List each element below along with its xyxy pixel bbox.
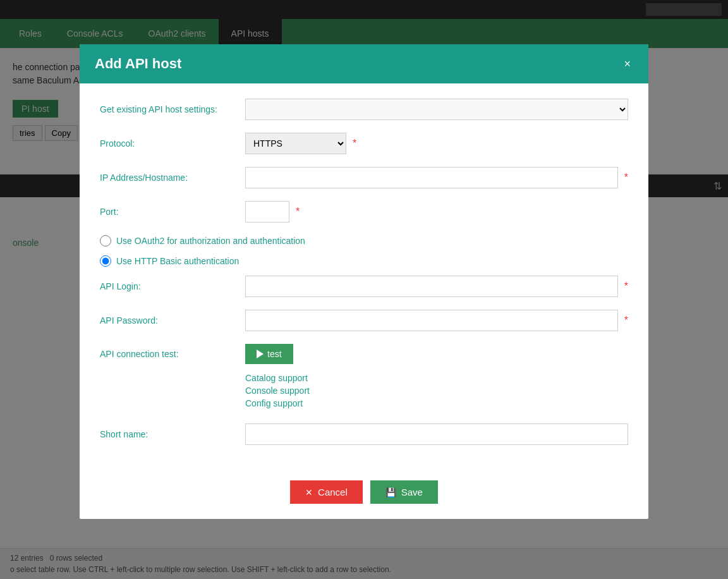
- test-button[interactable]: test: [245, 344, 293, 364]
- oauth2-radio[interactable]: [100, 235, 111, 247]
- protocol-required-star: *: [353, 138, 356, 149]
- connection-test-label: API connection test:: [100, 344, 245, 359]
- short-name-label: Short name:: [100, 429, 245, 439]
- existing-settings-field: [245, 99, 628, 120]
- modal-footer: ✕ Cancel 💾 Save: [80, 470, 648, 519]
- basic-auth-radio-label[interactable]: Use HTTP Basic authentication: [116, 256, 239, 266]
- ip-address-row: IP Address/Hostname: *: [100, 167, 628, 188]
- connection-test-row: API connection test: test Catalog suppor…: [100, 344, 628, 411]
- short-name-row: Short name:: [100, 424, 628, 445]
- ip-address-required-star: *: [624, 172, 628, 183]
- catalog-support-link[interactable]: Catalog support: [245, 373, 310, 383]
- api-password-label: API Password:: [100, 315, 245, 326]
- existing-settings-label: Get existing API host settings:: [100, 104, 245, 114]
- port-row: Port: *: [100, 201, 628, 222]
- save-icon: 💾: [385, 487, 396, 497]
- port-field: *: [245, 201, 628, 222]
- port-label: Port:: [100, 207, 245, 217]
- api-login-field: *: [245, 276, 628, 297]
- play-icon: [257, 350, 264, 358]
- port-required-star: *: [296, 206, 300, 217]
- save-button[interactable]: 💾 Save: [370, 480, 438, 504]
- api-login-input[interactable]: [245, 276, 618, 297]
- api-password-required-star: *: [624, 315, 628, 326]
- ip-address-label: IP Address/Hostname:: [100, 173, 245, 183]
- short-name-field: [245, 424, 628, 445]
- api-login-required-star: *: [624, 281, 628, 292]
- api-login-row: API Login: *: [100, 276, 628, 297]
- short-name-input[interactable]: [245, 424, 628, 445]
- console-support-link[interactable]: Console support: [245, 386, 310, 396]
- basic-auth-radio[interactable]: [100, 255, 111, 267]
- api-password-field: *: [245, 310, 628, 331]
- basic-auth-radio-row: Use HTTP Basic authentication: [100, 255, 628, 267]
- ip-address-field: *: [245, 167, 628, 188]
- api-password-input[interactable]: [245, 310, 618, 331]
- protocol-select[interactable]: HTTPS HTTP: [245, 133, 346, 154]
- protocol-label: Protocol:: [100, 138, 245, 149]
- cancel-button[interactable]: ✕ Cancel: [290, 480, 363, 504]
- protocol-field: HTTPS HTTP *: [245, 133, 628, 154]
- modal-overlay: Add API host × Get existing API host set…: [0, 0, 728, 579]
- api-login-label: API Login:: [100, 281, 245, 291]
- config-support-link[interactable]: Config support: [245, 398, 310, 408]
- ip-address-input[interactable]: [245, 167, 618, 188]
- api-password-row: API Password: *: [100, 310, 628, 331]
- modal-title: Add API host: [95, 56, 181, 72]
- port-input[interactable]: [245, 201, 289, 222]
- connection-test-field: test Catalog support Console support Con…: [245, 344, 628, 411]
- support-links: Catalog support Console support Config s…: [245, 373, 310, 411]
- oauth2-radio-label[interactable]: Use OAuth2 for authorization and authent…: [116, 236, 305, 246]
- existing-settings-row: Get existing API host settings:: [100, 99, 628, 120]
- protocol-row: Protocol: HTTPS HTTP *: [100, 133, 628, 154]
- modal-body: Get existing API host settings: Protocol…: [80, 83, 648, 470]
- oauth2-radio-row: Use OAuth2 for authorization and authent…: [100, 235, 628, 247]
- add-api-host-modal: Add API host × Get existing API host set…: [80, 44, 648, 519]
- cancel-icon: ✕: [305, 487, 313, 497]
- modal-close-button[interactable]: ×: [621, 58, 633, 70]
- modal-header: Add API host ×: [80, 44, 648, 83]
- existing-settings-select[interactable]: [245, 99, 628, 120]
